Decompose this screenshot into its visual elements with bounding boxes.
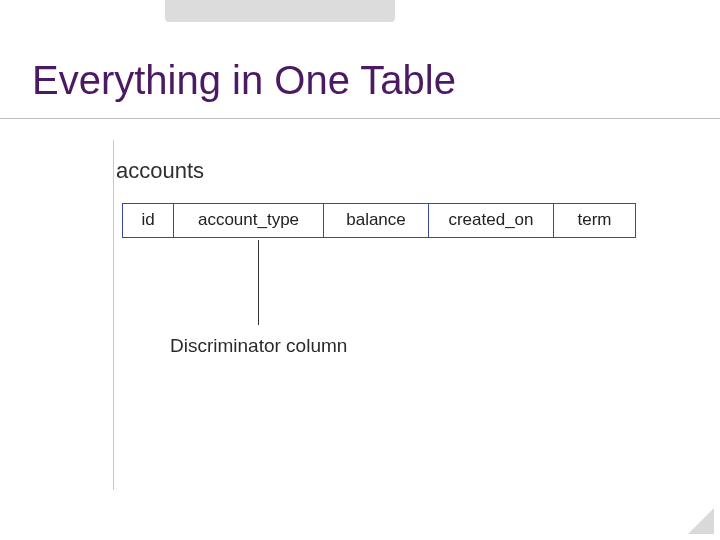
- table-name-label: accounts: [116, 158, 204, 184]
- annotation-pointer-line: [258, 240, 259, 325]
- page-corner-fold-icon: [688, 508, 714, 534]
- column-created-on: created_on: [429, 203, 554, 238]
- discriminator-annotation: Discriminator column: [170, 335, 347, 357]
- column-account-type: account_type: [174, 203, 324, 238]
- title-underline: [0, 118, 720, 119]
- slide-top-tab: [165, 0, 395, 22]
- schema-row: id account_type balance created_on term: [122, 203, 636, 238]
- slide-title: Everything in One Table: [32, 58, 456, 103]
- column-balance: balance: [324, 203, 429, 238]
- column-term: term: [554, 203, 636, 238]
- notebook-margin-line: [113, 140, 114, 490]
- column-id: id: [122, 203, 174, 238]
